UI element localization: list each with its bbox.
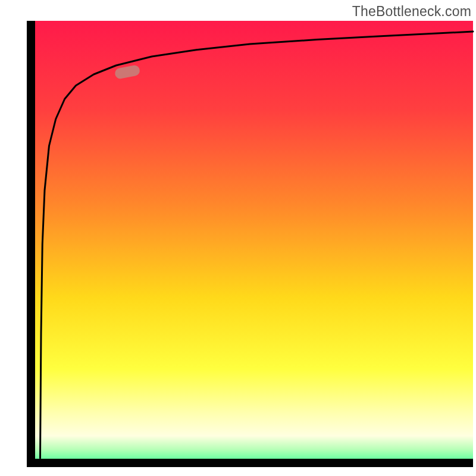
plot-area	[27, 21, 473, 467]
chart-frame: TheBottleneck.com	[0, 0, 476, 476]
curve-line	[27, 21, 473, 467]
x-axis	[27, 459, 473, 467]
y-axis	[27, 21, 35, 467]
attribution-label: TheBottleneck.com	[352, 4, 471, 20]
